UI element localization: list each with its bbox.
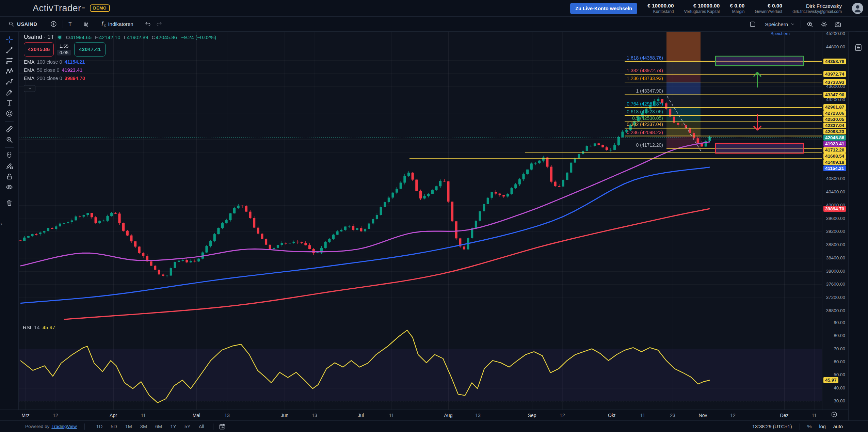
range-5d-button[interactable]: 5D <box>107 423 121 430</box>
xabcd-pattern-icon <box>5 67 13 75</box>
sell-button[interactable]: 42045.86 <box>24 42 54 57</box>
log-scale-button[interactable]: log <box>819 424 825 429</box>
ohlc-open: 41994.65 <box>70 34 92 40</box>
price-tag: 39894.70 <box>823 206 846 212</box>
fib-retracement-tool[interactable] <box>3 56 15 66</box>
chart-legend: UsaInd · 1T O41994.65 H42142.10 L41902.8… <box>24 34 216 41</box>
ema-value: 41923.41 <box>62 67 82 73</box>
forecast-tool[interactable] <box>3 77 15 87</box>
price-tag: 42723.06 <box>823 110 846 116</box>
ohlc-close: 42045.86 <box>156 34 177 40</box>
price-gridline-label: 38400.00 <box>822 255 845 260</box>
range-1d-button[interactable]: 1D <box>92 423 107 430</box>
range-6m-button[interactable]: 6M <box>151 423 166 430</box>
layout-button[interactable] <box>747 19 758 29</box>
hide-all-drawings-tool[interactable] <box>3 182 15 192</box>
rsi-gridline-label: 80.00 <box>822 333 845 338</box>
quick-search-button[interactable] <box>804 19 816 29</box>
time-tick: 12 <box>721 413 745 418</box>
candlestick-icon <box>83 21 90 28</box>
ema-50-row[interactable]: EMA 50 close 0 41923.41 <box>24 67 85 73</box>
scale-settings-icon[interactable] <box>831 411 838 418</box>
range-1y-button[interactable]: 1Y <box>166 423 180 430</box>
ruler-icon <box>5 125 13 133</box>
ruler-tool[interactable] <box>3 124 15 134</box>
magnet-tool[interactable] <box>3 150 15 160</box>
time-tick: 13 <box>466 413 490 418</box>
news-icon[interactable] <box>854 43 863 52</box>
switch-to-live-account-button[interactable]: Zu Live-Konto wechseln <box>570 3 637 14</box>
chart-canvas[interactable] <box>19 32 822 410</box>
chart-type-button[interactable] <box>81 19 92 29</box>
ohlc-key: C <box>151 34 155 40</box>
trend-line-tool[interactable] <box>3 45 15 55</box>
crosshair-tool[interactable] <box>3 35 15 45</box>
zoom-in-tool[interactable] <box>3 135 15 145</box>
collapse-legend-button[interactable] <box>24 85 35 92</box>
fib-level-label: 0.5 (42530.05) <box>564 115 663 121</box>
auto-scale-button[interactable]: auto <box>833 424 843 429</box>
range-5y-button[interactable]: 5Y <box>180 423 195 430</box>
time-tick: 12 <box>44 413 67 418</box>
ohlc-key: O <box>66 34 70 40</box>
price-gridline-label: 39600.00 <box>822 216 845 221</box>
time-tick: 11 <box>131 413 155 418</box>
remove-all-drawings-tool[interactable] <box>3 198 15 208</box>
lock-all-drawings-tool[interactable] <box>3 172 15 181</box>
price-tag: 41154.21 <box>823 165 846 171</box>
symbol-title[interactable]: UsaInd · 1T <box>24 34 54 41</box>
redo-button[interactable] <box>154 19 164 29</box>
xabcd-pattern-tool[interactable] <box>3 66 15 76</box>
drawing-mode-lock-tool[interactable] <box>3 161 15 171</box>
indicators-button[interactable]: ƒx Indikatoren <box>99 19 135 29</box>
tradingview-link[interactable]: TradingView <box>51 424 77 429</box>
ema-name: EMA <box>24 59 34 65</box>
settings-button[interactable] <box>818 19 830 29</box>
time-tick: 11 <box>380 413 403 418</box>
zoom-in-icon <box>5 136 13 144</box>
price-tag: 41712.20 <box>823 147 846 153</box>
interval-button[interactable]: T <box>66 20 74 28</box>
spread-high: 1.55 <box>60 44 68 49</box>
buy-button[interactable]: 42047.41 <box>74 42 106 57</box>
compare-add-symbol-button[interactable] <box>48 19 59 29</box>
undo-button[interactable] <box>143 19 154 29</box>
ema-value: 41154.21 <box>65 59 85 65</box>
drawing-mode-lock-icon <box>5 162 13 170</box>
chevron-down-icon <box>790 22 795 27</box>
rsi-gridline-label: 90.00 <box>822 320 845 325</box>
fib-level-label: 1.618 (44358.76) <box>564 55 663 61</box>
go-to-date-button[interactable] <box>217 422 228 431</box>
time-tick: 23 <box>661 413 685 418</box>
server-clock[interactable]: 13:38:29 (UTC+1) <box>752 424 792 429</box>
avatar[interactable] <box>852 3 863 14</box>
account-user: Dirk Friczewsky dirk.friczewsky@gmail.co… <box>792 3 842 14</box>
logo-text: ActivTrader <box>33 3 81 14</box>
text-tool[interactable] <box>3 98 15 108</box>
rsi-legend[interactable]: RSI 14 45.97 <box>23 324 55 330</box>
fib-level-label: 1.236 (43733.93) <box>564 76 663 81</box>
time-tick: Okt <box>600 413 624 418</box>
stat-label: Verfügbares Kapital <box>684 9 720 14</box>
remove-all-drawings-icon <box>5 199 13 207</box>
time-tick: 11 <box>631 413 655 418</box>
time-tick: Aug <box>436 413 460 418</box>
screenshot-button[interactable] <box>832 19 843 29</box>
ema-200-row[interactable]: EMA 200 close 0 39894.70 <box>24 76 85 81</box>
price-gridline-label: 43200.00 <box>822 97 845 102</box>
symbol-search-button[interactable]: USAIND <box>6 19 39 29</box>
interval-label: T <box>68 21 71 27</box>
price-tag: 41608.54 <box>823 153 846 159</box>
fx-icon: ƒx <box>101 20 106 27</box>
user-email: dirk.friczewsky@gmail.com <box>792 9 842 14</box>
emoji-tool[interactable] <box>3 109 15 118</box>
ema-100-row[interactable]: EMA 100 close 0 41154.21 <box>24 59 85 65</box>
expand-panel-arrow[interactable]: › <box>0 221 2 227</box>
percent-scale-button[interactable]: % <box>807 424 812 429</box>
brush-tool[interactable] <box>3 87 15 97</box>
range-all-button[interactable]: All <box>195 423 208 430</box>
range-3m-button[interactable]: 3M <box>136 423 151 430</box>
save-layout-button[interactable]: Speichern Speichern <box>763 20 797 29</box>
range-1m-button[interactable]: 1M <box>121 423 136 430</box>
time-axis[interactable]: Mrz12Apr11Mai13Jun13Jul11Aug13Sep12Okt11… <box>0 410 848 420</box>
